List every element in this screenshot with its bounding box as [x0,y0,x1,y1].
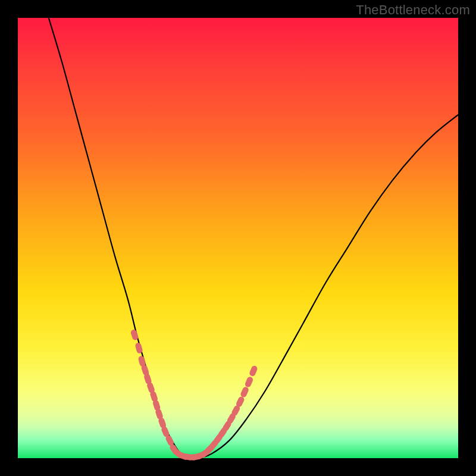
chart-svg [18,18,458,458]
highlight-dots [130,329,258,461]
plot-area [18,18,458,458]
watermark-text: TheBottleneck.com [356,2,470,18]
highlight-dot [244,376,253,388]
bottleneck-curve [49,18,458,459]
bottleneck-curve-path [49,18,458,459]
highlight-dot [249,365,258,377]
highlight-dot [240,386,249,399]
chart-frame: TheBottleneck.com [0,0,476,476]
